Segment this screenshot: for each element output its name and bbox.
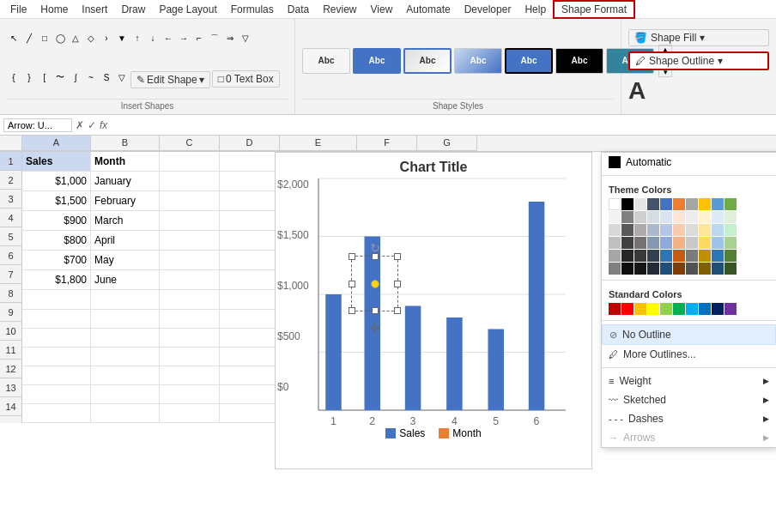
theme-color-gold[interactable]	[699, 198, 711, 210]
theme-shade-2-2[interactable]	[621, 224, 634, 236]
menu-help[interactable]: Help	[518, 2, 553, 17]
arrows-option[interactable]: → Arrows ▶	[602, 428, 776, 447]
cell-a6[interactable]: $700	[22, 251, 91, 269]
cell-a9[interactable]	[22, 310, 91, 329]
menu-draw[interactable]: Draw	[114, 2, 152, 17]
theme-shade-1-8[interactable]	[699, 211, 711, 223]
menu-shape-format[interactable]: Shape Format	[553, 0, 635, 19]
cell-c14[interactable]	[160, 404, 220, 423]
handle-mr[interactable]	[394, 281, 401, 287]
theme-shade-5-7[interactable]	[686, 263, 698, 275]
weight-option[interactable]: ≡ Weight ▶	[602, 372, 776, 390]
shape-style-1[interactable]: Abc	[302, 48, 350, 74]
move-handle[interactable]: ✛	[369, 320, 380, 336]
squiggle-icon[interactable]: ~	[84, 71, 98, 83]
text-box-button[interactable]: □ 0 Text Box	[212, 70, 280, 88]
cell-d5[interactable]	[220, 231, 280, 250]
theme-shade-1-4[interactable]	[647, 211, 659, 223]
shape-outline-button[interactable]: 🖊 Shape Outline ▾	[628, 51, 769, 70]
theme-shade-2-5[interactable]	[660, 224, 672, 236]
shape-style-6[interactable]: Abc	[555, 48, 603, 74]
menu-review[interactable]: Review	[316, 2, 363, 17]
cell-c7[interactable]	[160, 270, 220, 289]
menu-developer[interactable]: Developer	[458, 2, 518, 17]
chevron-right-shape[interactable]: ›	[100, 33, 113, 45]
rect-icon[interactable]: □	[38, 33, 52, 45]
cell-b10[interactable]	[91, 329, 160, 348]
theme-shade-3-2[interactable]	[621, 237, 634, 249]
theme-shade-2-8[interactable]	[699, 224, 711, 236]
menu-insert[interactable]: Insert	[75, 2, 114, 17]
std-color-darkblue[interactable]	[712, 303, 724, 315]
cell-a13[interactable]	[22, 385, 91, 404]
name-box[interactable]: Arrow: U...	[3, 118, 72, 132]
menu-page-layout[interactable]: Page Layout	[152, 2, 223, 17]
triangle-icon[interactable]: △	[69, 33, 82, 45]
theme-shade-2-3[interactable]	[634, 224, 646, 236]
theme-shade-1-1[interactable]	[609, 211, 621, 223]
cell-a8[interactable]	[22, 290, 91, 309]
cell-d6[interactable]	[220, 251, 280, 269]
shape-with-handles[interactable]: ↻ ✛	[351, 256, 398, 311]
theme-shade-3-6[interactable]	[673, 237, 685, 249]
more-outlines-option[interactable]: 🖊 More Outlines...	[602, 345, 776, 364]
theme-color-sky[interactable]	[712, 198, 724, 210]
theme-shade-3-4[interactable]	[647, 237, 659, 249]
theme-shade-5-8[interactable]	[699, 263, 711, 275]
theme-shade-5-5[interactable]	[660, 263, 672, 275]
theme-shade-4-8[interactable]	[699, 250, 711, 262]
end-arrow-icon[interactable]: ⇒	[223, 33, 237, 45]
theme-shade-1-10[interactable]	[724, 211, 737, 223]
connector-handle[interactable]	[371, 280, 379, 288]
cell-a12[interactable]	[22, 366, 91, 385]
theme-shade-5-3[interactable]	[634, 263, 646, 275]
theme-shade-2-4[interactable]	[647, 224, 659, 236]
cell-a5[interactable]: $800	[22, 231, 91, 250]
theme-shade-4-9[interactable]	[712, 250, 724, 262]
cell-b1[interactable]: Month	[91, 152, 160, 171]
theme-color-blue[interactable]	[660, 198, 672, 210]
up-arrow-icon[interactable]: ↑	[130, 33, 144, 45]
fx-icon[interactable]: fx	[100, 119, 107, 131]
cross-icon[interactable]: ✗	[76, 119, 84, 131]
chart-title[interactable]: Chart Title	[276, 153, 591, 178]
cell-c5[interactable]	[160, 231, 220, 250]
edit-shape-button[interactable]: ✎ Edit Shape ▾	[130, 71, 210, 88]
menu-view[interactable]: View	[364, 2, 400, 17]
menu-data[interactable]: Data	[281, 2, 316, 17]
curl-icon[interactable]: ∫	[69, 71, 82, 83]
theme-shade-4-7[interactable]	[686, 250, 698, 262]
theme-shade-4-1[interactable]	[609, 250, 621, 262]
cell-b4[interactable]: March	[91, 211, 160, 230]
cell-c10[interactable]	[160, 329, 220, 348]
theme-color-black[interactable]	[621, 198, 634, 210]
theme-shade-3-5[interactable]	[660, 237, 672, 249]
cell-b5[interactable]: April	[91, 231, 160, 250]
s-curve-icon[interactable]: S	[100, 71, 113, 83]
menu-formulas[interactable]: Formulas	[224, 2, 281, 17]
diamond-icon[interactable]: ◇	[84, 33, 98, 45]
theme-shade-3-8[interactable]	[699, 237, 711, 249]
std-color-ltgreen[interactable]	[660, 303, 672, 315]
theme-shade-1-7[interactable]	[686, 211, 698, 223]
cell-d7[interactable]	[220, 270, 280, 289]
menu-file[interactable]: File	[3, 2, 33, 17]
cell-a1[interactable]: Sales	[22, 152, 91, 171]
theme-shade-4-5[interactable]	[660, 250, 672, 262]
curve-icon[interactable]: ⌒	[208, 33, 221, 45]
std-color-yellow[interactable]	[647, 303, 659, 315]
cell-d8[interactable]	[220, 290, 280, 309]
cell-c2[interactable]	[160, 172, 220, 190]
cell-d10[interactable]	[220, 329, 280, 348]
theme-shade-2-7[interactable]	[686, 224, 698, 236]
cell-b9[interactable]	[91, 310, 160, 329]
handle-br[interactable]	[394, 307, 401, 314]
theme-shade-2-1[interactable]	[609, 224, 621, 236]
theme-shade-1-9[interactable]	[712, 211, 724, 223]
word-art-button[interactable]: A	[628, 77, 769, 105]
cell-a11[interactable]	[22, 348, 91, 366]
theme-shade-5-6[interactable]	[673, 263, 685, 275]
theme-shade-3-3[interactable]	[634, 237, 646, 249]
theme-shade-2-6[interactable]	[673, 224, 685, 236]
cell-d4[interactable]	[220, 211, 280, 230]
